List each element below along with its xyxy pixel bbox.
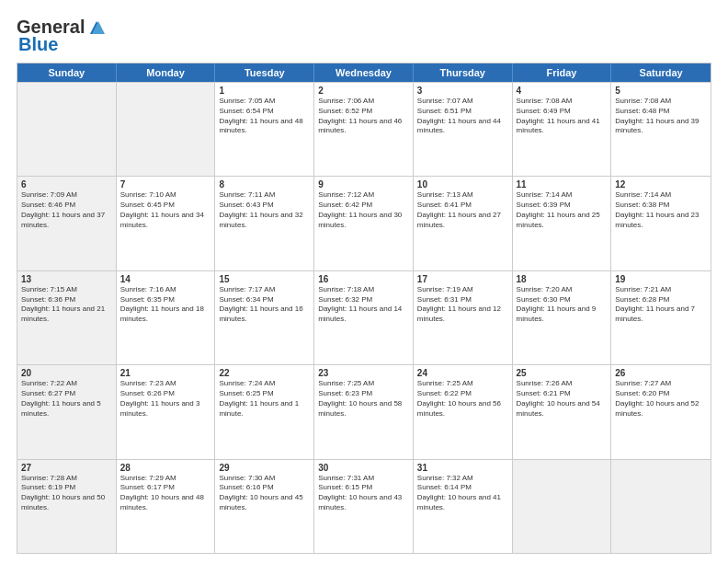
day-info: Sunrise: 7:14 AM Sunset: 6:39 PM Dayligh… xyxy=(517,190,608,230)
calendar-cell-27: 27Sunrise: 7:28 AM Sunset: 6:19 PM Dayli… xyxy=(17,460,117,553)
day-info: Sunrise: 7:17 AM Sunset: 6:34 PM Dayligh… xyxy=(219,285,310,325)
logo-blue: Blue xyxy=(18,34,58,55)
day-info: Sunrise: 7:24 AM Sunset: 6:25 PM Dayligh… xyxy=(219,379,310,419)
calendar-cell-26: 26Sunrise: 7:27 AM Sunset: 6:20 PM Dayli… xyxy=(611,365,711,458)
day-number: 29 xyxy=(219,463,310,473)
day-info: Sunrise: 7:27 AM Sunset: 6:20 PM Dayligh… xyxy=(615,379,707,419)
day-number: 18 xyxy=(517,274,608,284)
calendar-cell-19: 19Sunrise: 7:21 AM Sunset: 6:28 PM Dayli… xyxy=(611,271,711,364)
day-info: Sunrise: 7:25 AM Sunset: 6:22 PM Dayligh… xyxy=(417,379,508,419)
logo-icon xyxy=(86,17,107,38)
day-number: 27 xyxy=(21,463,112,473)
calendar-cell-16: 16Sunrise: 7:18 AM Sunset: 6:32 PM Dayli… xyxy=(314,271,414,364)
header-day-tuesday: Tuesday xyxy=(215,63,314,82)
day-info: Sunrise: 7:14 AM Sunset: 6:38 PM Dayligh… xyxy=(615,190,707,230)
calendar-cell-6: 6Sunrise: 7:09 AM Sunset: 6:46 PM Daylig… xyxy=(17,177,117,270)
day-number: 25 xyxy=(517,368,608,378)
calendar-cell-29: 29Sunrise: 7:30 AM Sunset: 6:16 PM Dayli… xyxy=(215,460,314,553)
day-info: Sunrise: 7:15 AM Sunset: 6:36 PM Dayligh… xyxy=(21,285,112,325)
day-number: 5 xyxy=(615,86,707,96)
calendar-cell-8: 8Sunrise: 7:11 AM Sunset: 6:43 PM Daylig… xyxy=(215,177,314,270)
day-number: 11 xyxy=(517,179,608,190)
calendar-row-0: 1Sunrise: 7:05 AM Sunset: 6:54 PM Daylig… xyxy=(17,82,711,176)
calendar-cell-7: 7Sunrise: 7:10 AM Sunset: 6:45 PM Daylig… xyxy=(117,177,216,270)
calendar-cell-18: 18Sunrise: 7:20 AM Sunset: 6:30 PM Dayli… xyxy=(513,271,612,364)
calendar-cell-11: 11Sunrise: 7:14 AM Sunset: 6:39 PM Dayli… xyxy=(513,177,612,270)
day-info: Sunrise: 7:11 AM Sunset: 6:43 PM Dayligh… xyxy=(219,190,310,230)
day-info: Sunrise: 7:26 AM Sunset: 6:21 PM Dayligh… xyxy=(517,379,608,419)
calendar-cell-30: 30Sunrise: 7:31 AM Sunset: 6:15 PM Dayli… xyxy=(314,460,414,553)
calendar-cell-3: 3Sunrise: 7:07 AM Sunset: 6:51 PM Daylig… xyxy=(414,83,513,176)
calendar-cell-empty-4-6 xyxy=(611,460,711,553)
calendar-cell-28: 28Sunrise: 7:29 AM Sunset: 6:17 PM Dayli… xyxy=(117,460,216,553)
calendar-row-4: 27Sunrise: 7:28 AM Sunset: 6:19 PM Dayli… xyxy=(17,459,711,553)
day-number: 13 xyxy=(21,274,112,284)
day-info: Sunrise: 7:09 AM Sunset: 6:46 PM Dayligh… xyxy=(21,190,112,230)
calendar: SundayMondayTuesdayWednesdayThursdayFrid… xyxy=(17,63,711,554)
day-number: 28 xyxy=(120,463,211,473)
day-number: 20 xyxy=(21,368,112,378)
header-day-monday: Monday xyxy=(117,63,216,82)
calendar-cell-31: 31Sunrise: 7:32 AM Sunset: 6:14 PM Dayli… xyxy=(414,460,513,553)
calendar-row-3: 20Sunrise: 7:22 AM Sunset: 6:27 PM Dayli… xyxy=(17,364,711,458)
calendar-cell-1: 1Sunrise: 7:05 AM Sunset: 6:54 PM Daylig… xyxy=(215,83,314,176)
day-info: Sunrise: 7:08 AM Sunset: 6:48 PM Dayligh… xyxy=(615,97,707,136)
day-number: 1 xyxy=(219,86,310,96)
day-number: 23 xyxy=(318,368,409,378)
day-number: 8 xyxy=(219,179,310,190)
calendar-cell-25: 25Sunrise: 7:26 AM Sunset: 6:21 PM Dayli… xyxy=(513,365,612,458)
day-info: Sunrise: 7:08 AM Sunset: 6:49 PM Dayligh… xyxy=(517,97,608,136)
day-info: Sunrise: 7:21 AM Sunset: 6:28 PM Dayligh… xyxy=(615,285,707,325)
calendar-cell-21: 21Sunrise: 7:23 AM Sunset: 6:26 PM Dayli… xyxy=(117,365,216,458)
day-number: 10 xyxy=(417,179,508,190)
day-info: Sunrise: 7:19 AM Sunset: 6:31 PM Dayligh… xyxy=(417,285,508,325)
header-day-thursday: Thursday xyxy=(414,63,513,82)
day-info: Sunrise: 7:13 AM Sunset: 6:41 PM Dayligh… xyxy=(417,190,508,230)
day-info: Sunrise: 7:16 AM Sunset: 6:35 PM Dayligh… xyxy=(120,285,211,325)
calendar-cell-24: 24Sunrise: 7:25 AM Sunset: 6:22 PM Dayli… xyxy=(414,365,513,458)
day-number: 21 xyxy=(120,368,211,378)
calendar-cell-14: 14Sunrise: 7:16 AM Sunset: 6:35 PM Dayli… xyxy=(117,271,216,364)
calendar-cell-5: 5Sunrise: 7:08 AM Sunset: 6:48 PM Daylig… xyxy=(611,83,711,176)
header-day-friday: Friday xyxy=(513,63,612,82)
header-day-sunday: Sunday xyxy=(17,63,117,82)
day-number: 15 xyxy=(219,274,310,284)
day-info: Sunrise: 7:07 AM Sunset: 6:51 PM Dayligh… xyxy=(417,97,508,136)
day-number: 19 xyxy=(615,274,707,284)
logo: General Blue xyxy=(17,17,107,55)
calendar-cell-empty-0-1 xyxy=(117,83,216,176)
calendar-cell-17: 17Sunrise: 7:19 AM Sunset: 6:31 PM Dayli… xyxy=(414,271,513,364)
header-day-saturday: Saturday xyxy=(611,63,711,82)
day-number: 2 xyxy=(318,86,409,96)
day-info: Sunrise: 7:10 AM Sunset: 6:45 PM Dayligh… xyxy=(120,190,211,230)
calendar-body: 1Sunrise: 7:05 AM Sunset: 6:54 PM Daylig… xyxy=(17,82,711,553)
day-number: 3 xyxy=(417,86,508,96)
page-header: General Blue xyxy=(17,17,711,55)
calendar-cell-4: 4Sunrise: 7:08 AM Sunset: 6:49 PM Daylig… xyxy=(513,83,612,176)
day-number: 24 xyxy=(417,368,508,378)
calendar-cell-13: 13Sunrise: 7:15 AM Sunset: 6:36 PM Dayli… xyxy=(17,271,117,364)
calendar-cell-9: 9Sunrise: 7:12 AM Sunset: 6:42 PM Daylig… xyxy=(314,177,414,270)
calendar-cell-10: 10Sunrise: 7:13 AM Sunset: 6:41 PM Dayli… xyxy=(414,177,513,270)
day-number: 26 xyxy=(615,368,707,378)
day-info: Sunrise: 7:32 AM Sunset: 6:14 PM Dayligh… xyxy=(417,474,508,513)
day-info: Sunrise: 7:12 AM Sunset: 6:42 PM Dayligh… xyxy=(318,190,409,230)
day-info: Sunrise: 7:18 AM Sunset: 6:32 PM Dayligh… xyxy=(318,285,409,325)
calendar-row-2: 13Sunrise: 7:15 AM Sunset: 6:36 PM Dayli… xyxy=(17,270,711,364)
calendar-header: SundayMondayTuesdayWednesdayThursdayFrid… xyxy=(17,63,711,82)
day-info: Sunrise: 7:20 AM Sunset: 6:30 PM Dayligh… xyxy=(517,285,608,325)
day-info: Sunrise: 7:06 AM Sunset: 6:52 PM Dayligh… xyxy=(318,97,409,136)
calendar-row-1: 6Sunrise: 7:09 AM Sunset: 6:46 PM Daylig… xyxy=(17,176,711,270)
day-number: 17 xyxy=(417,274,508,284)
calendar-cell-empty-4-5 xyxy=(513,460,612,553)
day-number: 22 xyxy=(219,368,310,378)
calendar-cell-2: 2Sunrise: 7:06 AM Sunset: 6:52 PM Daylig… xyxy=(314,83,414,176)
calendar-cell-23: 23Sunrise: 7:25 AM Sunset: 6:23 PM Dayli… xyxy=(314,365,414,458)
day-number: 6 xyxy=(21,179,112,190)
day-number: 31 xyxy=(417,463,508,473)
calendar-cell-15: 15Sunrise: 7:17 AM Sunset: 6:34 PM Dayli… xyxy=(215,271,314,364)
day-number: 12 xyxy=(615,179,707,190)
day-info: Sunrise: 7:25 AM Sunset: 6:23 PM Dayligh… xyxy=(318,379,409,419)
day-number: 30 xyxy=(318,463,409,473)
day-number: 9 xyxy=(318,179,409,190)
